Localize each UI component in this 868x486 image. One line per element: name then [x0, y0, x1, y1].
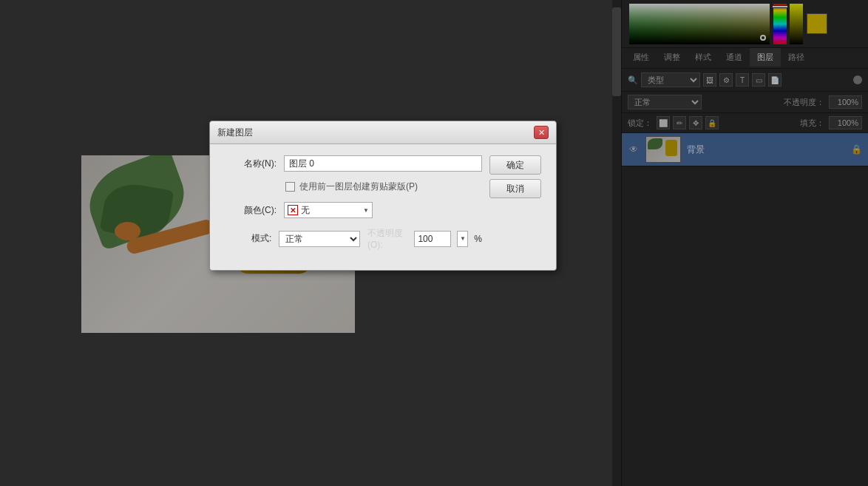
- name-label: 名称(N):: [225, 158, 277, 170]
- blend-mode-select-modal[interactable]: 正常: [279, 231, 360, 247]
- layer-name-input[interactable]: [284, 155, 482, 172]
- cancel-button[interactable]: 取消: [489, 179, 541, 198]
- opacity-modal-input[interactable]: [414, 231, 451, 247]
- modal-content-left: 名称(N): 使用前一图层创建剪贴蒙版(P) 颜色(C): ✕ 无 ▼: [225, 155, 482, 259]
- modal-color-row: 颜色(C): ✕ 无 ▼: [225, 202, 482, 218]
- modal-close-button[interactable]: ✕: [534, 126, 549, 139]
- modal-title: 新建图层: [217, 126, 253, 139]
- new-layer-dialog: 新建图层 ✕ 名称(N): 使用前一图层创建剪贴蒙版(P) 颜色(C):: [209, 121, 557, 271]
- color-label: 颜色(C):: [225, 204, 277, 217]
- confirm-button[interactable]: 确定: [489, 155, 541, 175]
- modal-body: 名称(N): 使用前一图层创建剪贴蒙版(P) 颜色(C): ✕ 无 ▼: [210, 144, 556, 270]
- modal-mode-row: 模式: 正常 不透明度(O): ▼ %: [225, 227, 482, 250]
- modal-name-row: 名称(N):: [225, 155, 482, 172]
- color-select-dropdown[interactable]: ✕ 无 ▼: [284, 202, 373, 218]
- clip-mask-checkbox[interactable]: [285, 182, 295, 192]
- modal-checkbox-row: 使用前一图层创建剪贴蒙版(P): [225, 180, 482, 193]
- color-x-icon: ✕: [288, 205, 298, 215]
- color-none-text: 无: [301, 204, 310, 217]
- modal-titlebar: 新建图层 ✕: [210, 121, 556, 144]
- close-icon: ✕: [538, 128, 545, 138]
- color-dropdown-arrow: ▼: [363, 207, 369, 214]
- mode-label: 模式:: [225, 232, 271, 245]
- modal-buttons-col: 确定 取消: [489, 155, 541, 198]
- opacity-dropdown-arrow[interactable]: ▼: [457, 231, 468, 247]
- opacity-percent: %: [474, 234, 482, 244]
- clip-mask-label: 使用前一图层创建剪贴蒙版(P): [299, 180, 418, 193]
- opacity-group: 不透明度(O): ▼ %: [367, 227, 482, 250]
- opacity-modal-label: 不透明度(O):: [367, 227, 408, 250]
